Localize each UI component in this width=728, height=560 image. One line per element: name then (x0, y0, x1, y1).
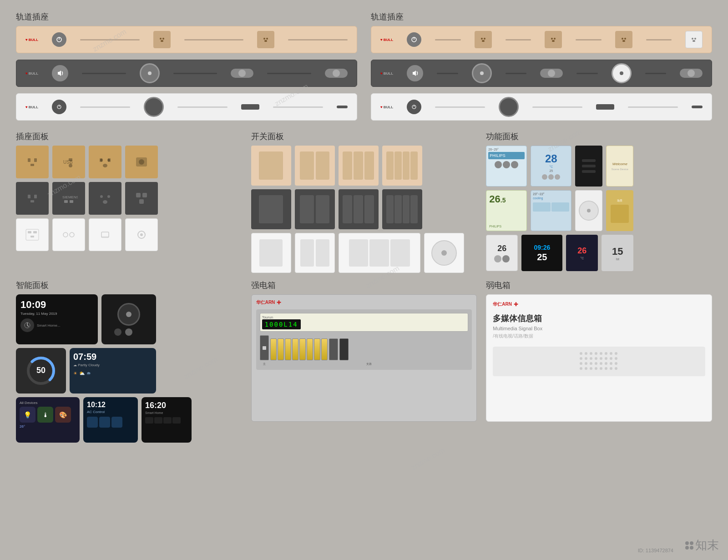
outlet-r1[interactable] (475, 31, 492, 48)
thermostat-23[interactable]: 23°~22° cooling (531, 190, 571, 231)
smart-row-3: All Devices 💡 🌡 🎨 26° 10:12 AC Control (16, 397, 242, 443)
socket-panel-dark-1[interactable] (16, 182, 49, 215)
track-bar-white-left: ♥BULL (16, 93, 357, 121)
smart-row-1: 10:09 Tuesday, 11 May 2019 Smart Home... (16, 294, 242, 344)
thermostat-26[interactable]: 26.5 PHILIPS (486, 190, 527, 231)
track-line-8 (177, 106, 228, 108)
socket-panel-gold-five[interactable] (89, 146, 121, 178)
socket-panel-white-circle[interactable] (125, 218, 158, 251)
track-socket-right: 轨道插座 ♥BULL (371, 11, 712, 124)
speaker-icon-r[interactable] (407, 65, 423, 81)
knob-1[interactable] (140, 63, 160, 83)
minus-btn-r[interactable] (692, 106, 703, 108)
switch-white-dial[interactable] (424, 233, 464, 273)
track-socket-row: 轨道插座 ♥BULL (16, 11, 712, 124)
bottom-three-cols: 智能面板 10:09 Tuesday, 11 May 2019 Smart Ho… (16, 280, 712, 443)
socket-panel-white-single[interactable] (89, 218, 121, 251)
switch-dark-4[interactable] (382, 189, 422, 229)
svg-point-5 (263, 38, 265, 40)
strong-box-title: 强电箱 (251, 280, 477, 291)
function-panel-title: 功能面板 (486, 131, 712, 142)
outlet-r4[interactable] (685, 31, 703, 48)
switch-dark-3[interactable] (339, 189, 379, 229)
switch-beige-1[interactable] (251, 146, 291, 186)
rect-btn-1[interactable] (241, 104, 259, 110)
id-tag: ID: 1139472874 (638, 548, 673, 553)
switch-panels-grid (251, 146, 477, 273)
minus-btn-1[interactable] (337, 106, 348, 108)
scene-panel-gold[interactable]: 场景 (606, 190, 633, 231)
thermostat-2[interactable]: 28 °C 25 (531, 146, 571, 187)
slider-r1[interactable] (540, 69, 563, 78)
track-bars-right: ♥BULL (371, 26, 712, 124)
thermostat-1[interactable]: 26~29° PHILIPS (486, 146, 527, 187)
switch-white-1[interactable] (251, 233, 291, 273)
outlet-1[interactable] (153, 31, 171, 48)
power-btn-r1[interactable] (407, 32, 421, 47)
socket-panel-white-round[interactable] (52, 218, 85, 251)
socket-panel-gold-1[interactable] (16, 146, 49, 178)
switch-beige-2[interactable] (295, 146, 335, 186)
smart-home-control[interactable]: 10:09 Tuesday, 11 May 2019 Smart Home... (16, 294, 98, 344)
svg-point-20 (622, 40, 625, 42)
switch-beige-3[interactable] (339, 146, 379, 186)
track-bar-beige-right: ♥BULL (371, 26, 712, 53)
speaker-icon[interactable] (52, 65, 68, 81)
power-btn-white-1[interactable] (52, 100, 66, 114)
track-socket-left-title: 轨道插座 (16, 11, 357, 22)
track-bar-dark-right: ♥BULL (371, 60, 712, 87)
function-panel-section: 功能面板 26~29° PHILIPS (486, 131, 712, 273)
dial-1[interactable] (144, 97, 164, 117)
switch-dark-1[interactable] (251, 189, 291, 229)
track-line-rw1 (435, 106, 485, 108)
knob-r1[interactable] (472, 63, 492, 83)
switch-panel-section: 开关面板 (251, 131, 477, 273)
svg-rect-39 (28, 195, 30, 198)
timer-touch-26[interactable]: 26 °C (566, 235, 598, 271)
svg-point-13 (484, 38, 485, 40)
slider-2[interactable] (325, 69, 348, 78)
smart-weather[interactable]: 07:59 ☁ Partly Cloudy ☀ ⛅ 🌧 (70, 348, 156, 394)
function-panels-grid: 26~29° PHILIPS 28 °C 25 (486, 146, 712, 271)
svg-point-4 (161, 40, 163, 42)
svg-point-17 (552, 40, 555, 42)
svg-point-55 (63, 232, 68, 237)
smart-dial-50[interactable]: 50 (16, 348, 66, 394)
rect-btn-r[interactable] (596, 104, 614, 110)
timer-26[interactable]: 26 (486, 235, 518, 271)
switch-beige-4[interactable] (382, 146, 422, 186)
power-btn-1[interactable] (52, 32, 66, 47)
switch-dark-2[interactable] (295, 189, 335, 229)
logo-text: 知末 (695, 537, 719, 553)
welcome-sign[interactable]: Welcome Scene Device (606, 146, 633, 187)
dial-r1[interactable] (612, 63, 632, 83)
smart-music-player[interactable] (101, 294, 156, 344)
switch-panel-title: 开关面板 (251, 131, 477, 142)
socket-panel-dark-corner[interactable] (125, 182, 158, 215)
slider-r2[interactable] (680, 69, 703, 78)
socket-panel-dark-usb[interactable]: SIEMENS (52, 182, 85, 215)
socket-panel-dark-five[interactable] (89, 182, 121, 215)
bull-logo-right-3: ♥BULL (380, 105, 393, 109)
touch-panel-dark[interactable] (575, 146, 602, 187)
dial-white-r[interactable] (499, 97, 519, 117)
socket-panel-white-uk[interactable] (16, 218, 49, 251)
smart-home-16[interactable]: 16:20 Smart Home (142, 397, 192, 443)
socket-panel-gold-covered[interactable] (125, 146, 158, 178)
dimmer-knob[interactable] (575, 190, 602, 231)
svg-point-47 (103, 200, 107, 204)
smart-ac-control[interactable]: 10:12 AC Control (83, 397, 138, 443)
outlet-r3[interactable] (615, 31, 632, 48)
socket-panel-gold-usb[interactable]: USB (52, 146, 85, 178)
timer-silver-15[interactable]: 15 Ist (602, 235, 633, 271)
slider-1[interactable] (231, 69, 253, 78)
track-line-rw3 (628, 106, 678, 108)
switch-white-3[interactable] (339, 233, 420, 273)
timer-digital[interactable]: 09:26 25 (521, 235, 562, 271)
id-value: 1139472874 (646, 548, 673, 553)
outlet-r2[interactable] (545, 31, 562, 48)
smart-home-app[interactable]: All Devices 💡 🌡 🎨 26° (16, 397, 80, 443)
switch-white-2[interactable] (295, 233, 335, 273)
power-btn-white-r[interactable] (407, 100, 421, 114)
outlet-2[interactable] (257, 31, 274, 48)
